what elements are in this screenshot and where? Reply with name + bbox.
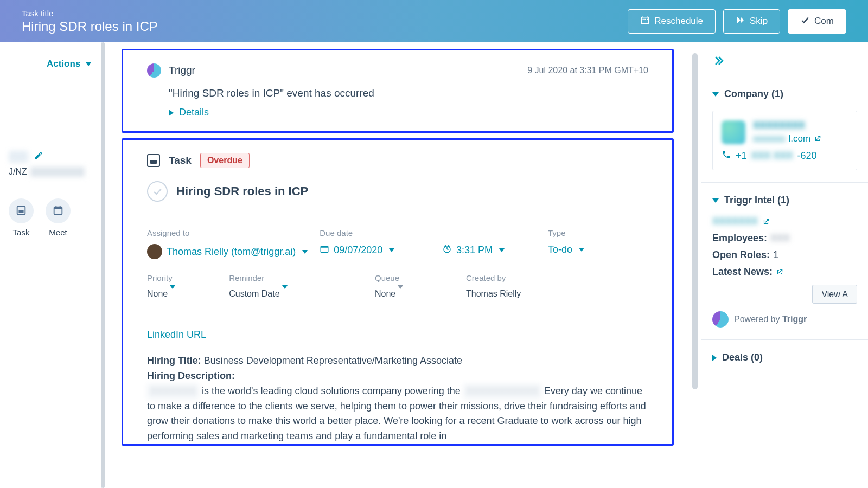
priority-label: Priority bbox=[147, 273, 229, 282]
queue-label: Queue bbox=[375, 273, 466, 282]
triggr-logo-icon bbox=[712, 311, 729, 328]
due-date-label: Due date bbox=[320, 228, 437, 237]
triggr-intel-title: Triggr Intel (1) bbox=[724, 195, 789, 206]
triggr-logo-icon bbox=[147, 63, 161, 78]
external-link-icon[interactable] bbox=[776, 268, 783, 276]
calendar-icon bbox=[640, 15, 650, 28]
company-name-link[interactable]: XXXXXXXX bbox=[753, 120, 821, 131]
actions-label: Actions bbox=[47, 59, 80, 69]
company-domain-link[interactable]: xxxxxxxl.com bbox=[753, 133, 821, 144]
task-icon bbox=[15, 204, 27, 218]
event-source: Triggr bbox=[169, 65, 195, 76]
employees-value: XXX bbox=[770, 233, 790, 244]
due-date-dropdown[interactable]: 09/07/2020 bbox=[320, 244, 437, 256]
event-details-toggle[interactable]: Details bbox=[169, 107, 648, 118]
collapse-sidebar-button[interactable] bbox=[701, 42, 868, 76]
linkedin-link[interactable]: LinkedIn URL bbox=[147, 329, 206, 340]
scrollbar[interactable] bbox=[692, 53, 698, 389]
redacted-link[interactable]: XXXXXXX bbox=[712, 216, 758, 227]
chevron-down-icon bbox=[499, 248, 505, 252]
queue-value: None bbox=[375, 289, 395, 298]
redacted-text: XXXXXXXXXXX bbox=[463, 384, 541, 399]
svg-rect-3 bbox=[647, 18, 648, 20]
company-logo bbox=[722, 120, 745, 144]
assigned-to-label: Assigned to bbox=[147, 228, 314, 237]
calendar-icon bbox=[52, 204, 64, 218]
chevron-down-icon bbox=[398, 285, 403, 298]
complete-button[interactable]: Com bbox=[788, 9, 846, 34]
chevron-down-icon bbox=[302, 250, 308, 254]
employees-label: Employees: bbox=[712, 233, 767, 244]
due-time-value: 3:31 PM bbox=[456, 245, 493, 256]
deals-section-toggle[interactable]: Deals (0) bbox=[712, 352, 857, 363]
redacted-text bbox=[9, 151, 28, 163]
due-time-dropdown[interactable]: 3:31 PM bbox=[442, 244, 542, 256]
chevron-down-icon bbox=[170, 285, 175, 298]
hiring-title-value: Business Development Representative/Mark… bbox=[204, 355, 462, 366]
view-button[interactable]: View A bbox=[812, 285, 857, 304]
edit-button[interactable] bbox=[34, 151, 43, 163]
left-sidebar: Actions J/NZ Task Meet bbox=[0, 42, 102, 488]
type-value: To-do bbox=[548, 244, 572, 255]
latestnews-label: Latest News: bbox=[712, 266, 773, 278]
powered-by: Powered by Triggr bbox=[712, 311, 857, 328]
chevron-down-icon bbox=[712, 198, 719, 203]
svg-rect-11 bbox=[54, 207, 62, 209]
assigned-to-dropdown[interactable]: Thomas Rielly (tom@triggr.ai) bbox=[147, 244, 314, 259]
details-label: Details bbox=[179, 107, 209, 118]
task-icon bbox=[147, 154, 160, 167]
top-bar: Task title Hiring SDR roles in ICP Resch… bbox=[0, 0, 868, 42]
clock-icon bbox=[442, 244, 452, 256]
type-label: Type bbox=[548, 228, 648, 237]
skip-forward-icon bbox=[736, 15, 745, 28]
chevron-down-icon bbox=[86, 62, 91, 66]
reminder-label: Reminder bbox=[229, 273, 375, 282]
createdby-value: Thomas Rielly bbox=[466, 289, 648, 299]
reminder-value: Custom Date bbox=[229, 289, 279, 298]
region-label: J/NZ bbox=[9, 167, 93, 177]
deals-title: Deals (0) bbox=[722, 352, 763, 363]
queue-dropdown[interactable]: None bbox=[375, 289, 466, 299]
chevron-down-icon bbox=[712, 92, 719, 97]
reminder-dropdown[interactable]: Custom Date bbox=[229, 289, 375, 299]
hiring-title-label: Hiring Title: bbox=[147, 355, 201, 366]
new-meeting-label: Meet bbox=[49, 228, 67, 237]
triggr-intel-section: Triggr Intel (1) XXXXXXX Employees: XXX … bbox=[701, 182, 868, 339]
right-sidebar: Company (1) XXXXXXXX xxxxxxxl.com +1 bbox=[701, 42, 868, 488]
openroles-value: 1 bbox=[773, 249, 778, 261]
priority-dropdown[interactable]: None bbox=[147, 289, 229, 299]
reschedule-label: Reschedule bbox=[654, 16, 703, 27]
skip-label: Skip bbox=[750, 16, 768, 27]
new-task-label: Task bbox=[13, 228, 30, 237]
event-description: "Hiring SDR roles in ICP" event has occu… bbox=[169, 87, 648, 99]
phone-icon bbox=[722, 150, 731, 162]
svg-rect-9 bbox=[18, 210, 23, 213]
new-meeting-button[interactable]: Meet bbox=[46, 198, 71, 237]
actions-dropdown[interactable]: Actions bbox=[47, 59, 91, 69]
svg-rect-15 bbox=[321, 246, 329, 248]
createdby-label: Created by bbox=[466, 273, 648, 282]
svg-rect-2 bbox=[644, 18, 646, 20]
external-link-icon bbox=[762, 218, 770, 226]
deals-section: Deals (0) bbox=[701, 339, 868, 375]
reschedule-button[interactable]: Reschedule bbox=[628, 9, 716, 34]
triggr-intel-toggle[interactable]: Triggr Intel (1) bbox=[712, 195, 857, 206]
company-section-toggle[interactable]: Company (1) bbox=[712, 88, 857, 100]
hiring-desc-text: XXXXXXX is the world's leading cloud sol… bbox=[147, 384, 648, 445]
new-task-button[interactable]: Task bbox=[9, 198, 34, 237]
skip-button[interactable]: Skip bbox=[723, 9, 780, 34]
hiring-desc-label: Hiring Description: bbox=[147, 370, 235, 381]
event-timestamp: 9 Jul 2020 at 3:31 PM GMT+10 bbox=[527, 66, 648, 75]
overdue-badge: Overdue bbox=[200, 153, 250, 168]
chevron-down-icon bbox=[389, 248, 394, 252]
task-section-label: Task bbox=[169, 155, 192, 166]
task-title: Hiring SDR roles in ICP bbox=[22, 19, 620, 34]
type-dropdown[interactable]: To-do bbox=[548, 244, 648, 255]
due-date-value: 09/07/2020 bbox=[334, 245, 382, 256]
complete-label: Com bbox=[814, 16, 834, 27]
chevrons-right-icon bbox=[712, 60, 725, 69]
complete-task-checkbox[interactable] bbox=[147, 181, 168, 202]
task-name[interactable]: Hiring SDR roles in ICP bbox=[176, 184, 308, 198]
company-phone-link[interactable]: +1 XXX XXX-620 bbox=[722, 150, 848, 162]
chevron-right-icon bbox=[169, 110, 174, 116]
